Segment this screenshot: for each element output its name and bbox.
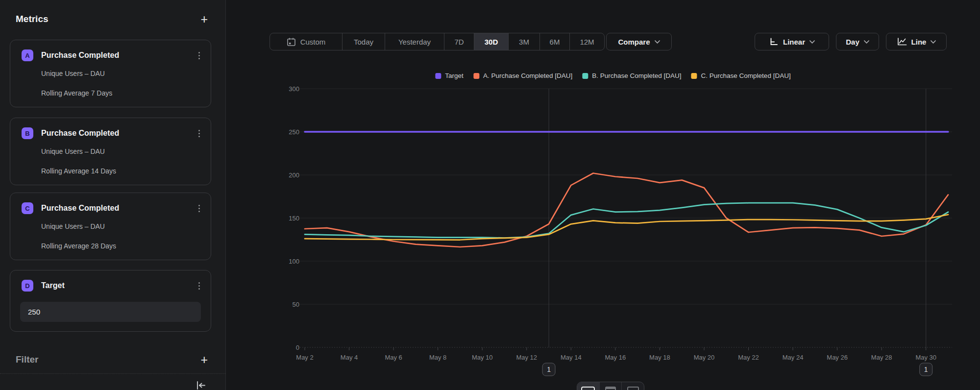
kebab-menu-icon[interactable] — [195, 50, 204, 61]
metric-title: Purchase Completed — [41, 129, 195, 138]
x-axis-label: May 20 — [694, 354, 715, 361]
card-view-icon — [627, 387, 639, 390]
y-axis-label: 50 — [293, 301, 299, 308]
target-value-input[interactable]: 250 — [20, 302, 201, 322]
metric-measurement[interactable]: Unique Users – DAU — [41, 147, 105, 155]
metric-card-c[interactable]: C Purchase Completed Unique Users – DAU … — [10, 193, 211, 260]
annotation-badge-label: 1 — [547, 366, 551, 373]
metrics-title: Metrics — [16, 14, 49, 24]
target-title: Target — [41, 281, 195, 290]
x-axis-label: May 10 — [472, 354, 493, 361]
filter-title: Filter — [16, 354, 38, 365]
view-toggle-group — [577, 382, 644, 390]
metric-badge: A — [22, 49, 33, 61]
metric-rolling-average[interactable]: Rolling Average 28 Days — [41, 242, 116, 250]
target-card[interactable]: D Target 250 — [10, 270, 211, 332]
view-toggle-chart[interactable] — [577, 382, 600, 390]
metric-card-header: B Purchase Completed — [22, 127, 204, 139]
sidebar-divider — [0, 373, 225, 374]
metrics-sidebar: Metrics + A Purchase Completed Unique Us… — [0, 0, 226, 390]
x-axis-label: May 8 — [429, 354, 446, 361]
metrics-section-header: Metrics + — [16, 14, 208, 24]
metric-card-header: C Purchase Completed — [22, 202, 204, 214]
metric-badge: D — [22, 280, 33, 292]
target-card-header: D Target — [22, 280, 204, 292]
metric-card-b[interactable]: B Purchase Completed Unique Users – DAU … — [10, 118, 211, 185]
metric-card-header: A Purchase Completed — [22, 49, 204, 61]
x-axis-label: May 26 — [827, 354, 848, 361]
add-metric-icon[interactable]: + — [200, 14, 208, 24]
x-axis-label: May 12 — [516, 354, 537, 361]
metrics-report-app: { "icons": { "plus": "+" }, "sidebar": {… — [0, 0, 980, 390]
x-axis-label: May 4 — [341, 354, 358, 361]
x-axis-label: May 18 — [649, 354, 670, 361]
metric-measurement[interactable]: Unique Users – DAU — [41, 222, 105, 230]
y-axis-label: 250 — [289, 128, 299, 136]
view-toggle-table[interactable] — [600, 382, 622, 390]
x-axis-label: May 6 — [385, 354, 402, 361]
x-axis-label: May 22 — [738, 354, 759, 361]
x-axis-label: May 14 — [561, 354, 582, 361]
y-axis-label: 200 — [289, 171, 299, 179]
view-toggle-card[interactable] — [622, 382, 644, 390]
x-axis-label: May 16 — [605, 354, 626, 361]
x-axis-label: May 28 — [871, 354, 892, 361]
series-line-a-purchase-completed-dau — [305, 173, 948, 247]
add-filter-icon[interactable]: + — [200, 354, 208, 365]
metric-card-a[interactable]: A Purchase Completed Unique Users – DAU … — [10, 40, 211, 107]
y-axis-label: 300 — [289, 85, 299, 93]
metric-rolling-average[interactable]: Rolling Average 7 Days — [41, 89, 112, 97]
kebab-menu-icon[interactable] — [195, 203, 204, 214]
chart-view-icon — [581, 387, 595, 390]
y-axis-label: 0 — [296, 344, 299, 351]
metrics-line-chart: 050100150200250300May 2May 4May 6May 8Ma… — [226, 0, 980, 390]
chart-panel: Custom Today Yesterday 7D 30D 3M 6M 12M … — [226, 0, 980, 390]
y-axis-label: 100 — [289, 258, 299, 265]
metric-title: Purchase Completed — [41, 51, 195, 60]
metric-badge: B — [22, 127, 33, 139]
x-axis-label: May 30 — [915, 354, 936, 361]
y-axis-label: 150 — [289, 215, 299, 222]
kebab-menu-icon[interactable] — [195, 281, 204, 291]
annotation-badge-label: 1 — [924, 366, 928, 373]
metric-title: Purchase Completed — [41, 204, 195, 213]
collapse-sidebar-icon[interactable] — [195, 380, 207, 390]
metric-rolling-average[interactable]: Rolling Average 14 Days — [41, 167, 116, 175]
x-axis-label: May 2 — [296, 354, 313, 361]
filter-section-header: Filter + — [16, 354, 208, 365]
x-axis-label: May 24 — [783, 354, 804, 361]
metric-measurement[interactable]: Unique Users – DAU — [41, 70, 105, 77]
metric-badge: C — [22, 202, 33, 214]
table-view-icon — [605, 387, 616, 390]
kebab-menu-icon[interactable] — [195, 128, 204, 139]
